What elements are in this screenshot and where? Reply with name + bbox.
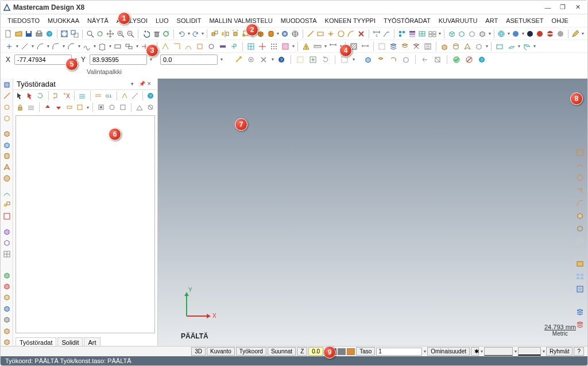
chamfer-icon[interactable] [66,41,76,52]
solids-mgr-icon[interactable] [397,29,407,39]
menu-luo[interactable]: LUO [153,16,171,25]
fastpoint-icon[interactable] [233,54,243,65]
lr-5-icon[interactable] [2,129,12,138]
ops-lock-icon[interactable] [16,103,25,112]
plane-set-icon[interactable] [494,41,505,52]
iso-cube3-icon[interactable] [467,29,477,39]
lr-20-icon[interactable] [2,315,12,325]
rr-7-icon[interactable] [575,223,585,233]
menu-art[interactable]: ART [483,16,500,25]
line-icon[interactable] [20,41,30,52]
sphere-grey-icon[interactable] [556,29,565,39]
color-swatch-3[interactable] [347,348,355,355]
menu-kuvaruutu[interactable]: KUVARUUTU [436,16,480,25]
rect-create-icon[interactable] [316,29,325,39]
dynamic-rotate-icon[interactable] [95,29,105,39]
ops-g1-icon[interactable]: G1 [105,91,113,100]
window-minimize[interactable]: — [540,2,555,13]
del-x-icon[interactable] [258,54,269,65]
rect-opts-icon[interactable] [124,41,134,52]
rr-13-icon[interactable] [575,320,585,330]
spline-icon[interactable] [82,41,92,52]
ops-layers-icon[interactable] [78,91,87,100]
dim-icon[interactable]: 1 [372,29,381,39]
lr-12-icon[interactable] [2,211,12,221]
sol-extrude-icon[interactable] [439,41,450,52]
del-ent-icon[interactable] [357,29,366,39]
btn-ryhmat[interactable]: Ryhmät [546,347,572,356]
rr-8-icon[interactable] [575,236,585,246]
menu-mallin[interactable]: MALLIN VALMISTELU [207,16,274,25]
ok-icon[interactable] [451,54,462,65]
taso-input[interactable] [376,348,422,356]
xform-rotate-icon[interactable] [231,29,240,39]
modify-1-icon[interactable] [160,41,171,52]
shade-icon[interactable] [280,29,289,39]
menu-muokkaa[interactable]: MUOKKAA [45,16,82,25]
undo2-icon[interactable] [177,29,186,39]
zoom-in-icon[interactable] [116,29,125,39]
layers-view-icon[interactable] [388,41,399,52]
lr-18-icon[interactable] [2,293,12,302]
rr-1-icon[interactable] [575,147,585,158]
selgrid-s-icon[interactable] [295,54,305,65]
ops-expand-icon[interactable] [76,103,85,112]
ops-layers2-icon[interactable] [94,91,103,100]
rect2-icon[interactable] [113,41,123,52]
level-mgr-icon[interactable] [423,41,433,52]
lr-15-icon[interactable] [2,249,12,259]
ops-regen-icon[interactable] [36,91,45,100]
modify-6-icon[interactable] [218,41,228,52]
sol-revolve-icon[interactable] [451,41,461,52]
menu-ohje[interactable]: OHJE [550,16,571,25]
lr-14-icon[interactable] [2,238,12,248]
help3-icon[interactable]: ? [477,54,487,65]
btn-help[interactable]: ? [574,347,584,356]
ops-c-icon[interactable] [118,103,127,112]
rr-11-icon[interactable] [575,284,585,294]
warn-icon[interactable]: ! [301,41,311,52]
lr-10-icon[interactable] [2,189,12,198]
zoom-out-icon[interactable] [126,29,135,39]
ops-pin-icon[interactable]: 📌 [139,81,146,88]
lr-2-icon[interactable] [2,91,12,100]
ops-tree-icon[interactable] [52,91,60,100]
globe-icon[interactable] [497,29,506,39]
ops-display-icon[interactable] [26,103,36,112]
plane-set3-icon[interactable] [521,41,532,52]
iso-cube2-icon[interactable] [457,29,466,39]
rr-5-icon[interactable] [575,198,585,208]
selin-icon[interactable] [432,54,443,65]
pencil-icon[interactable] [571,29,581,39]
cfg-icon[interactable] [246,54,256,65]
lr-19-icon[interactable] [2,303,12,313]
rr-10-icon[interactable] [575,271,585,282]
dim2-icon[interactable] [360,41,370,52]
menu-asetukset[interactable]: ASETUKSET [504,16,546,25]
help-icon[interactable]: ? [45,29,54,39]
fit-icon[interactable] [60,29,69,39]
ops-tree-area[interactable] [16,115,155,333]
sphere-dark-icon[interactable] [525,29,535,39]
planes-mgr-icon[interactable] [417,29,427,39]
rr-3-icon[interactable] [575,173,585,183]
iso-cube4-icon[interactable] [478,29,487,39]
grid-snap-icon[interactable] [246,41,256,52]
y-field[interactable] [90,54,147,65]
x-field[interactable] [14,54,72,65]
pan-icon[interactable] [106,29,115,39]
layers-view2-icon[interactable] [400,41,410,52]
ops-a-icon[interactable] [96,103,106,112]
modify-5-icon[interactable] [206,41,216,52]
ops-close-icon[interactable]: ✕ [147,81,154,88]
modify-3-icon[interactable] [183,41,194,52]
ops-collapse-icon[interactable] [65,103,74,112]
line-create-icon[interactable] [306,29,315,39]
zoom-window-icon[interactable] [70,29,79,39]
selrefresh-icon[interactable] [320,54,331,65]
levels-icon[interactable] [408,29,417,39]
plane-set2-icon[interactable] [506,41,516,52]
zoom-target-icon[interactable] [86,29,95,39]
ops-help-icon[interactable]: ? [146,91,155,100]
wire-icon[interactable] [291,29,300,39]
